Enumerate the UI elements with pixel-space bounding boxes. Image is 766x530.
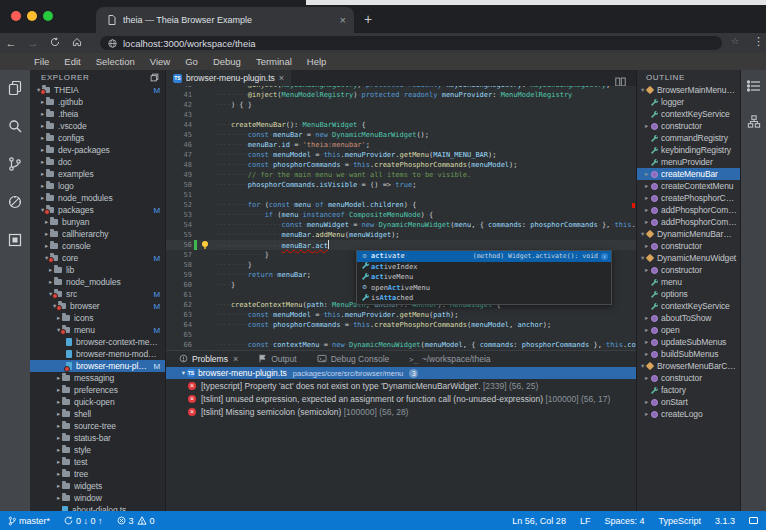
code-line-42[interactable]: 42····)·{·} <box>166 100 636 110</box>
tree-item[interactable]: ▸doc <box>30 156 165 168</box>
tree-item[interactable]: ▸lib <box>30 264 165 276</box>
bookmark-star-icon[interactable]: ☆ <box>731 36 739 46</box>
address-bar[interactable]: localhost:3000/workspace/theia <box>100 36 722 50</box>
code-editor[interactable]: 40········@inject(KeybindingRegistry)·pr… <box>166 86 636 350</box>
outline-item[interactable]: ▸onStart <box>637 396 740 408</box>
menu-go[interactable]: Go <box>185 56 198 67</box>
git-branch-indicator[interactable]: master* <box>8 516 50 526</box>
menu-edit[interactable]: Edit <box>64 56 80 67</box>
browser-menu-icon[interactable]: ⋮ <box>753 35 764 48</box>
code-line-65[interactable]: 65 <box>166 330 636 340</box>
tree-item[interactable]: about-dialog.ts <box>30 504 165 511</box>
tree-item[interactable]: ▸examples <box>30 168 165 180</box>
code-line-64[interactable]: 64········const·phosphorCommands·=·this.… <box>166 320 636 330</box>
tree-item[interactable]: ▸icons <box>30 312 165 324</box>
outline-item[interactable]: ▸createLogo <box>637 408 740 420</box>
menu-terminal[interactable]: Terminal <box>256 56 292 67</box>
new-tab-button[interactable]: + <box>364 9 372 29</box>
tree-item[interactable]: ▸quick-open <box>30 396 165 408</box>
outline-item[interactable]: ▸constructor <box>637 372 740 384</box>
indentation-indicator[interactable]: Spaces: 4 <box>604 516 644 526</box>
code-line-45[interactable]: 45········const·menuBar·=·new·DynamicMen… <box>166 130 636 140</box>
problem-item[interactable]: ×[tslint] unused expression, expected an… <box>166 392 636 405</box>
maximize-window-button[interactable] <box>43 11 53 21</box>
completion-item[interactable]: activeIndex <box>357 262 611 273</box>
tree-item[interactable]: ▸callhierarchy <box>30 228 165 240</box>
plugins-icon[interactable] <box>7 232 23 248</box>
tree-item[interactable]: ▾menuM <box>30 324 165 336</box>
tab-close-icon[interactable]: × <box>340 15 346 26</box>
tree-item[interactable]: ▸window <box>30 492 165 504</box>
tree-item[interactable]: ▸status-bar <box>30 432 165 444</box>
tree-item[interactable]: ▾packagesM <box>30 204 165 216</box>
tree-item[interactable]: ▸preferences <box>30 384 165 396</box>
outline-item[interactable]: ▾DynamicMenuBarWidget <box>637 228 740 240</box>
tree-item[interactable]: ▸widgets <box>30 480 165 492</box>
outline-item[interactable]: logger <box>637 96 740 108</box>
panel-tab-debug-console[interactable]: Debug Console <box>317 354 390 365</box>
outline-item[interactable]: ▾DynamicMenuWidget <box>637 252 740 264</box>
panel-tab--workspace-theia[interactable]: >_~/workspace/theia <box>409 354 490 364</box>
code-line-63[interactable]: 63········const·menuModel·=·this.menuPro… <box>166 310 636 320</box>
completion-item[interactable]: isAttached <box>357 293 611 304</box>
outline-item[interactable]: contextKeyService <box>637 300 740 312</box>
code-line-43[interactable]: 43 <box>166 110 636 120</box>
menu-debug[interactable]: Debug <box>213 56 241 67</box>
hierarchy-icon[interactable] <box>747 114 761 132</box>
tree-item[interactable]: browser-context-menu-renderer.ts <box>30 336 165 348</box>
problem-item[interactable]: ×[typescript] Property 'act' does not ex… <box>166 379 636 392</box>
code-line-48[interactable]: 48········const·phosphorCommands·=·this.… <box>166 160 636 170</box>
search-icon[interactable] <box>7 118 23 134</box>
collapse-folders-icon[interactable] <box>150 73 159 82</box>
tree-item[interactable]: ▾THEIAM <box>30 84 165 96</box>
eol-indicator[interactable]: LF <box>580 516 591 526</box>
tree-item[interactable]: ▸console <box>30 240 165 252</box>
problems-file-row[interactable]: ▾ TS browser-menu-plugin.ts packages/cor… <box>166 367 636 379</box>
editor-tab[interactable]: TS browser-menu-plugin.ts × <box>166 70 291 86</box>
code-line-51[interactable]: 51 <box>166 190 636 200</box>
editor-tab-close-icon[interactable]: × <box>279 73 284 83</box>
problems-indicator[interactable]: 3 0 <box>117 516 155 526</box>
tree-item[interactable]: ▾coreM <box>30 252 165 264</box>
tree-item[interactable]: ▾srcM <box>30 288 165 300</box>
tree-item[interactable]: ▸test <box>30 456 165 468</box>
problem-item[interactable]: ×[tslint] Missing semicolon (semicolon) … <box>166 405 636 418</box>
panel-tab-output[interactable]: Output <box>258 354 297 365</box>
tree-item[interactable]: ▸logo <box>30 180 165 192</box>
code-line-53[interactable]: 53············if·(menu·instanceof·Compos… <box>166 210 636 220</box>
menu-help[interactable]: Help <box>307 56 327 67</box>
panel-tab-problems[interactable]: Problems× <box>179 354 238 365</box>
tree-item[interactable]: ▸node_modules <box>30 276 165 288</box>
typescript-version[interactable]: 3.1.3 <box>715 516 735 526</box>
tree-item[interactable]: ▸messaging <box>30 372 165 384</box>
outline-item[interactable]: ▸createContextMenu <box>637 180 740 192</box>
tree-item[interactable]: ▾browserM <box>30 300 165 312</box>
close-window-button[interactable] <box>11 11 21 21</box>
tree-item[interactable]: ▸shell <box>30 408 165 420</box>
browser-tab[interactable]: theia — Theia Browser Example × <box>96 7 354 33</box>
outline-item[interactable]: ▸open <box>637 324 740 336</box>
outline-item[interactable]: ▸createPhosphorCommands <box>637 192 740 204</box>
menu-view[interactable]: View <box>150 56 170 67</box>
outline-item[interactable]: ▾BrowserMenuBarContribution <box>637 360 740 372</box>
menu-file[interactable]: File <box>34 56 49 67</box>
outline-item[interactable]: factory <box>637 384 740 396</box>
tree-item[interactable]: browser-menu-plugin.tsM <box>30 360 165 372</box>
forward-icon[interactable]: → <box>22 37 44 49</box>
tree-item[interactable]: ▸bunyan <box>30 216 165 228</box>
code-line-56[interactable]: 56················menuBar.act <box>166 240 636 250</box>
tree-item[interactable]: ▸style <box>30 444 165 456</box>
tree-item[interactable]: ▸configs <box>30 132 165 144</box>
outline-item[interactable]: ▸buildSubMenus <box>637 348 740 360</box>
tree-item[interactable]: ▸.vscode <box>30 120 165 132</box>
outline-item[interactable]: ▸constructor <box>637 240 740 252</box>
outline-view-icon[interactable] <box>747 78 761 96</box>
tree-item[interactable]: ▸tree <box>30 468 165 480</box>
code-line-54[interactable]: 54················const·menuWidget·=·new… <box>166 220 636 230</box>
outline-item[interactable]: keybindingRegistry <box>637 144 740 156</box>
code-line-46[interactable]: 46········menuBar.id·=·'theia:menubar'; <box>166 140 636 150</box>
lightbulb-icon[interactable] <box>202 241 208 247</box>
feedback-icon[interactable] <box>749 517 758 524</box>
code-line-49[interactable]: 49········//·for·the·main·menu·we·want·a… <box>166 170 636 180</box>
code-line-66[interactable]: 66········const·contextMenu·=·new·Dynami… <box>166 340 636 350</box>
